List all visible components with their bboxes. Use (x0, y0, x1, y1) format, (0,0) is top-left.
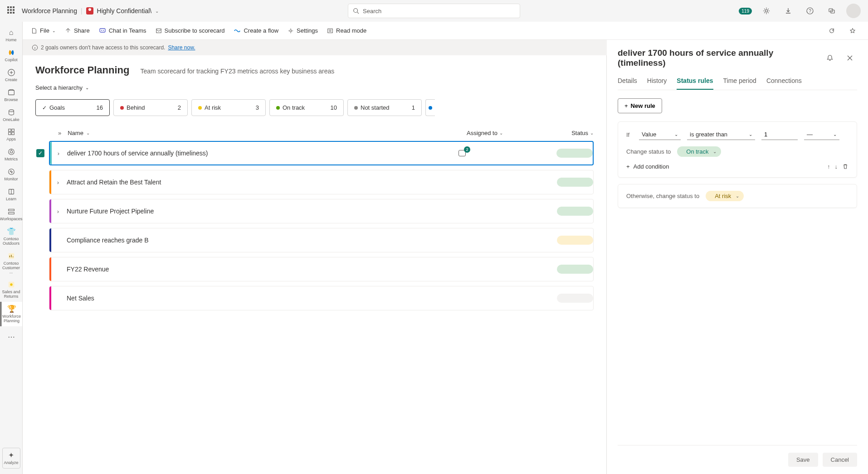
breadcrumb: Workforce Planning | Highly Confidential… (22, 7, 159, 15)
panel-notifications-icon[interactable] (823, 51, 837, 65)
hierarchy-selector[interactable]: Select a hierarchy ⌄ (35, 84, 89, 91)
filter-goals[interactable]: ✓Goals16 (35, 99, 110, 116)
feedback-icon[interactable] (824, 4, 839, 18)
confidential-icon (86, 7, 93, 15)
expand-icon[interactable]: › (51, 208, 65, 215)
goal-name: FY22 Revenue (65, 266, 475, 273)
filter-at-risk[interactable]: At risk3 (191, 99, 266, 116)
goal-accent (49, 257, 51, 281)
add-condition-button[interactable]: + Add condition (626, 163, 669, 170)
expand-icon[interactable]: › (52, 150, 65, 157)
tab-details[interactable]: Details (618, 73, 637, 90)
toolbar-share[interactable]: Share (65, 27, 90, 34)
goal-row[interactable]: ›Nurture Future Project Pipeline (49, 199, 594, 223)
nav-metrics[interactable]: Metrics (0, 145, 22, 164)
chevron-down-icon[interactable]: ⌄ (155, 9, 159, 14)
move-down-icon[interactable]: ↓ (835, 163, 838, 170)
nav-create[interactable]: Create (0, 65, 22, 85)
warning-link[interactable]: Share now. (168, 44, 195, 51)
nav-workforce-planning[interactable]: 🏆Workforce Planning (0, 302, 22, 326)
save-button[interactable]: Save (788, 453, 818, 467)
tab-status-rules[interactable]: Status rules (677, 73, 713, 90)
svg-rect-26 (156, 29, 161, 33)
tab-time-period[interactable]: Time period (723, 73, 756, 90)
tab-connections[interactable]: Connections (766, 73, 802, 90)
toolbar-settings[interactable]: Settings (288, 27, 318, 34)
checkbox-icon[interactable]: ✓ (36, 149, 44, 157)
goal-status-pill (557, 178, 593, 187)
nav-sales-returns[interactable]: Sales and Returns (0, 277, 22, 302)
col-assigned[interactable]: Assigned to⌄ (467, 130, 557, 136)
nav-apps[interactable]: Apps (0, 125, 22, 145)
goal-name: Nurture Future Project Pipeline (65, 208, 475, 215)
panel-tabs: DetailsHistoryStatus rulesTime periodCon… (618, 73, 857, 90)
breadcrumb-confidentiality[interactable]: Highly Confidential\ (97, 7, 152, 15)
panel-close-icon[interactable] (843, 51, 857, 65)
nav-analyze[interactable]: ✦Analyze (2, 448, 20, 469)
nav-monitor[interactable]: Monitor (0, 164, 22, 184)
expand-icon[interactable]: › (51, 179, 65, 186)
nav-home[interactable]: ⌂Home (0, 25, 22, 45)
app-launcher-icon[interactable] (7, 6, 16, 15)
filter-on-track[interactable]: On track10 (269, 99, 344, 116)
toolbar-favorite[interactable] (845, 24, 860, 38)
new-rule-button[interactable]: + New rule (618, 98, 662, 113)
svg-point-25 (103, 30, 104, 31)
nav-contoso-customer[interactable]: Contoso Customer ... (0, 249, 22, 278)
goal-row[interactable]: ›Attract and Retain the Best Talent (49, 170, 594, 194)
status-select-ontrack[interactable]: On track ⌄ (677, 146, 721, 157)
svg-point-0 (354, 9, 358, 13)
notification-badge[interactable]: 119 (739, 8, 752, 15)
goal-row[interactable]: Net Sales (49, 286, 594, 310)
svg-rect-8 (8, 90, 14, 95)
toolbar-chat[interactable]: Chat in Teams (99, 27, 146, 34)
plus-icon: + (624, 102, 628, 109)
breadcrumb-workspace[interactable]: Workforce Planning (22, 7, 77, 15)
rule-value-input[interactable] (761, 129, 798, 140)
nav-onelake[interactable]: OneLake (0, 105, 22, 125)
svg-point-9 (9, 110, 14, 112)
goals-list: ✓›deliver 1700 hours of service annually… (35, 141, 594, 310)
goal-status-pill (557, 236, 593, 245)
expand-all-icon[interactable]: » (58, 130, 61, 136)
goal-row[interactable]: FY22 Revenue (49, 257, 594, 281)
rule-unit-select[interactable]: —⌄ (804, 129, 839, 140)
toolbar-refresh[interactable] (824, 24, 839, 38)
cancel-button[interactable]: Cancel (823, 453, 857, 467)
toolbar-readmode[interactable]: Read mode (327, 27, 366, 34)
comment-icon[interactable]: 2 (458, 150, 466, 156)
user-avatar[interactable] (846, 4, 861, 18)
svg-rect-28 (328, 29, 333, 33)
col-name[interactable]: Name⌄ (68, 130, 467, 136)
help-icon[interactable]: ? (803, 4, 817, 18)
search-input[interactable]: Search (348, 4, 520, 18)
nav-browse[interactable]: Browse (0, 85, 22, 105)
rule-if-label: If (626, 131, 633, 138)
toolbar: File⌄ Share Chat in Teams Subscribe to s… (23, 22, 868, 40)
download-icon[interactable] (781, 4, 795, 18)
col-status[interactable]: Status⌄ (557, 130, 594, 136)
rule-field-select[interactable]: Value⌄ (639, 129, 681, 140)
nav-workspaces[interactable]: Workspaces (0, 204, 22, 224)
nav-copilot[interactable]: Copilot (0, 45, 22, 65)
svg-rect-12 (8, 132, 10, 135)
filter-behind[interactable]: Behind2 (113, 99, 188, 116)
nav-more[interactable]: ⋯ (0, 330, 22, 344)
toolbar-file[interactable]: File⌄ (31, 27, 56, 34)
nav-contoso-outdoors[interactable]: 👕Contoso Outdoors (0, 224, 22, 249)
delete-icon[interactable] (842, 163, 848, 170)
settings-icon[interactable] (759, 4, 774, 18)
goal-accent (49, 228, 51, 252)
status-select-atrisk[interactable]: At risk ⌄ (706, 191, 744, 201)
search-icon (353, 8, 359, 14)
tab-history[interactable]: History (647, 73, 667, 90)
toolbar-subscribe[interactable]: Subscribe to scorecard (156, 27, 225, 34)
nav-learn[interactable]: Learn (0, 184, 22, 204)
goal-row[interactable]: ✓›deliver 1700 hours of service annually… (49, 141, 594, 165)
filter-not-started[interactable]: Not started1 (347, 99, 422, 116)
goal-row[interactable]: Compliance reaches grade B (49, 228, 594, 252)
move-up-icon[interactable]: ↑ (827, 163, 830, 170)
toolbar-flow[interactable]: Create a flow (234, 27, 278, 34)
rule-operator-select[interactable]: is greater than⌄ (687, 129, 755, 140)
filter-overflow[interactable] (425, 99, 435, 116)
